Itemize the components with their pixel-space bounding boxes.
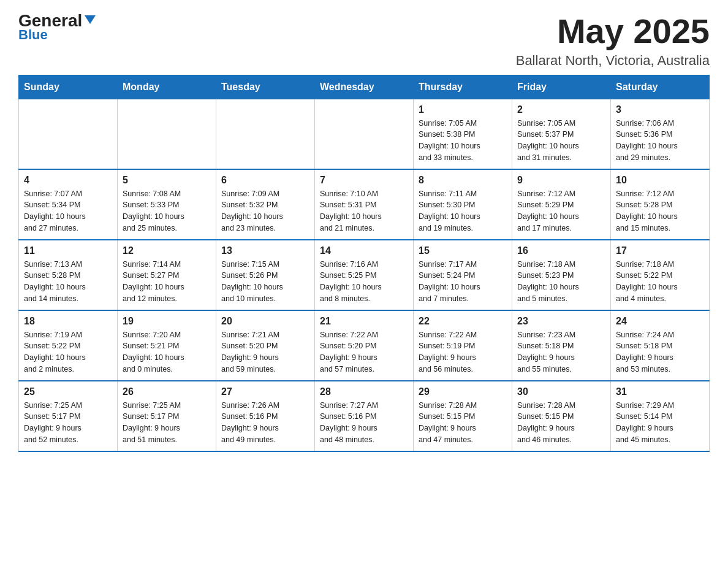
day-number: 24: [616, 316, 704, 327]
day-number: 23: [517, 316, 605, 327]
day-info: Sunrise: 7:13 AM Sunset: 5:28 PM Dayligh…: [24, 259, 112, 305]
day-info: Sunrise: 7:18 AM Sunset: 5:23 PM Dayligh…: [517, 259, 605, 305]
day-number: 3: [616, 104, 704, 115]
calendar-cell: 8Sunrise: 7:11 AM Sunset: 5:30 PM Daylig…: [414, 169, 512, 240]
weekday-header-monday: Monday: [118, 75, 216, 99]
day-number: 29: [419, 386, 507, 397]
page-header: General Blue May 2025 Ballarat North, Vi…: [18, 12, 710, 69]
day-number: 11: [24, 245, 112, 256]
day-info: Sunrise: 7:07 AM Sunset: 5:34 PM Dayligh…: [24, 188, 112, 234]
day-number: 15: [419, 245, 507, 256]
day-number: 14: [320, 245, 408, 256]
day-info: Sunrise: 7:22 AM Sunset: 5:19 PM Dayligh…: [419, 329, 507, 375]
day-info: Sunrise: 7:21 AM Sunset: 5:20 PM Dayligh…: [221, 329, 309, 375]
calendar-cell: 30Sunrise: 7:28 AM Sunset: 5:15 PM Dayli…: [512, 381, 611, 451]
day-info: Sunrise: 7:20 AM Sunset: 5:21 PM Dayligh…: [123, 329, 211, 375]
week-row-3: 11Sunrise: 7:13 AM Sunset: 5:28 PM Dayli…: [19, 240, 710, 310]
day-info: Sunrise: 7:11 AM Sunset: 5:30 PM Dayligh…: [419, 188, 507, 234]
day-info: Sunrise: 7:05 AM Sunset: 5:38 PM Dayligh…: [419, 118, 507, 164]
day-number: 13: [221, 245, 309, 256]
calendar-cell: 29Sunrise: 7:28 AM Sunset: 5:15 PM Dayli…: [414, 381, 512, 451]
day-number: 10: [616, 175, 704, 186]
day-info: Sunrise: 7:28 AM Sunset: 5:15 PM Dayligh…: [517, 400, 605, 446]
day-info: Sunrise: 7:26 AM Sunset: 5:16 PM Dayligh…: [221, 400, 309, 446]
day-info: Sunrise: 7:15 AM Sunset: 5:26 PM Dayligh…: [221, 259, 309, 305]
day-number: 18: [24, 316, 112, 327]
day-number: 1: [419, 104, 507, 115]
day-info: Sunrise: 7:18 AM Sunset: 5:22 PM Dayligh…: [616, 259, 704, 305]
week-row-2: 4Sunrise: 7:07 AM Sunset: 5:34 PM Daylig…: [19, 169, 710, 240]
calendar-cell: [216, 99, 315, 169]
day-info: Sunrise: 7:12 AM Sunset: 5:28 PM Dayligh…: [616, 188, 704, 234]
day-number: 7: [320, 175, 408, 186]
calendar-cell: 13Sunrise: 7:15 AM Sunset: 5:26 PM Dayli…: [216, 240, 315, 310]
weekday-header-row: SundayMondayTuesdayWednesdayThursdayFrid…: [19, 75, 710, 99]
calendar-cell: 19Sunrise: 7:20 AM Sunset: 5:21 PM Dayli…: [118, 310, 216, 381]
calendar-cell: 22Sunrise: 7:22 AM Sunset: 5:19 PM Dayli…: [414, 310, 512, 381]
calendar-cell: [315, 99, 414, 169]
day-number: 2: [517, 104, 605, 115]
weekday-header-sunday: Sunday: [19, 75, 118, 99]
day-number: 9: [517, 175, 605, 186]
week-row-1: 1Sunrise: 7:05 AM Sunset: 5:38 PM Daylig…: [19, 99, 710, 169]
calendar-cell: [118, 99, 216, 169]
day-info: Sunrise: 7:24 AM Sunset: 5:18 PM Dayligh…: [616, 329, 704, 375]
calendar-cell: 27Sunrise: 7:26 AM Sunset: 5:16 PM Dayli…: [216, 381, 315, 451]
calendar-cell: 3Sunrise: 7:06 AM Sunset: 5:36 PM Daylig…: [611, 99, 710, 169]
week-row-4: 18Sunrise: 7:19 AM Sunset: 5:22 PM Dayli…: [19, 310, 710, 381]
calendar-cell: 18Sunrise: 7:19 AM Sunset: 5:22 PM Dayli…: [19, 310, 118, 381]
calendar-cell: 23Sunrise: 7:23 AM Sunset: 5:18 PM Dayli…: [512, 310, 611, 381]
day-info: Sunrise: 7:17 AM Sunset: 5:24 PM Dayligh…: [419, 259, 507, 305]
day-number: 27: [221, 386, 309, 397]
title-block: May 2025 Ballarat North, Victoria, Austr…: [516, 12, 710, 69]
calendar-cell: 16Sunrise: 7:18 AM Sunset: 5:23 PM Dayli…: [512, 240, 611, 310]
calendar-cell: 25Sunrise: 7:25 AM Sunset: 5:17 PM Dayli…: [19, 381, 118, 451]
svg-marker-0: [85, 15, 96, 24]
day-info: Sunrise: 7:23 AM Sunset: 5:18 PM Dayligh…: [517, 329, 605, 375]
day-number: 5: [123, 175, 211, 186]
weekday-header-wednesday: Wednesday: [315, 75, 414, 99]
calendar-cell: [19, 99, 118, 169]
calendar-cell: 10Sunrise: 7:12 AM Sunset: 5:28 PM Dayli…: [611, 169, 710, 240]
calendar-cell: 9Sunrise: 7:12 AM Sunset: 5:29 PM Daylig…: [512, 169, 611, 240]
calendar-cell: 21Sunrise: 7:22 AM Sunset: 5:20 PM Dayli…: [315, 310, 414, 381]
day-number: 17: [616, 245, 704, 256]
weekday-header-friday: Friday: [512, 75, 611, 99]
day-info: Sunrise: 7:06 AM Sunset: 5:36 PM Dayligh…: [616, 118, 704, 164]
day-info: Sunrise: 7:25 AM Sunset: 5:17 PM Dayligh…: [123, 400, 211, 446]
day-number: 28: [320, 386, 408, 397]
day-info: Sunrise: 7:08 AM Sunset: 5:33 PM Dayligh…: [123, 188, 211, 234]
day-number: 6: [221, 175, 309, 186]
weekday-header-saturday: Saturday: [611, 75, 710, 99]
day-number: 30: [517, 386, 605, 397]
day-number: 19: [123, 316, 211, 327]
day-info: Sunrise: 7:16 AM Sunset: 5:25 PM Dayligh…: [320, 259, 408, 305]
calendar-cell: 6Sunrise: 7:09 AM Sunset: 5:32 PM Daylig…: [216, 169, 315, 240]
calendar-cell: 5Sunrise: 7:08 AM Sunset: 5:33 PM Daylig…: [118, 169, 216, 240]
day-info: Sunrise: 7:28 AM Sunset: 5:15 PM Dayligh…: [419, 400, 507, 446]
calendar-cell: 14Sunrise: 7:16 AM Sunset: 5:25 PM Dayli…: [315, 240, 414, 310]
day-info: Sunrise: 7:29 AM Sunset: 5:14 PM Dayligh…: [616, 400, 704, 446]
day-number: 8: [419, 175, 507, 186]
calendar-cell: 15Sunrise: 7:17 AM Sunset: 5:24 PM Dayli…: [414, 240, 512, 310]
calendar-cell: 2Sunrise: 7:05 AM Sunset: 5:37 PM Daylig…: [512, 99, 611, 169]
logo-blue: Blue: [18, 27, 48, 43]
month-title: May 2025: [516, 12, 710, 50]
day-number: 22: [419, 316, 507, 327]
day-number: 16: [517, 245, 605, 256]
calendar-cell: 20Sunrise: 7:21 AM Sunset: 5:20 PM Dayli…: [216, 310, 315, 381]
calendar-cell: 31Sunrise: 7:29 AM Sunset: 5:14 PM Dayli…: [611, 381, 710, 451]
week-row-5: 25Sunrise: 7:25 AM Sunset: 5:17 PM Dayli…: [19, 381, 710, 451]
weekday-header-thursday: Thursday: [414, 75, 512, 99]
calendar-cell: 28Sunrise: 7:27 AM Sunset: 5:16 PM Dayli…: [315, 381, 414, 451]
day-info: Sunrise: 7:27 AM Sunset: 5:16 PM Dayligh…: [320, 400, 408, 446]
day-info: Sunrise: 7:19 AM Sunset: 5:22 PM Dayligh…: [24, 329, 112, 375]
day-info: Sunrise: 7:10 AM Sunset: 5:31 PM Dayligh…: [320, 188, 408, 234]
logo-triangle-icon: [83, 13, 97, 26]
calendar-cell: 1Sunrise: 7:05 AM Sunset: 5:38 PM Daylig…: [414, 99, 512, 169]
day-number: 4: [24, 175, 112, 186]
day-number: 26: [123, 386, 211, 397]
calendar-cell: 12Sunrise: 7:14 AM Sunset: 5:27 PM Dayli…: [118, 240, 216, 310]
calendar-cell: 4Sunrise: 7:07 AM Sunset: 5:34 PM Daylig…: [19, 169, 118, 240]
calendar-cell: 24Sunrise: 7:24 AM Sunset: 5:18 PM Dayli…: [611, 310, 710, 381]
